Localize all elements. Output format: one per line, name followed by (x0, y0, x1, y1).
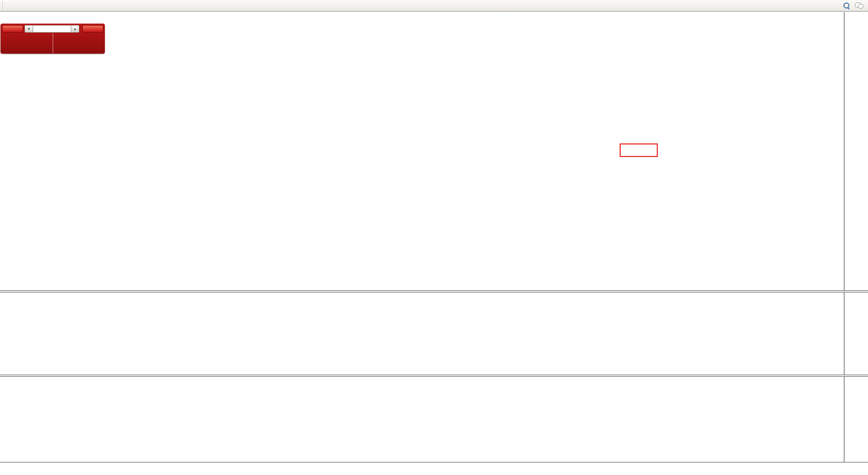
date-axis[interactable] (0, 463, 868, 475)
chat-icon[interactable] (855, 3, 863, 9)
toolbar-right (843, 3, 867, 9)
date-axis-separator (0, 462, 868, 462)
chart-symbol-title (2, 14, 7, 20)
macd-label (3, 293, 8, 299)
buy-button[interactable] (82, 25, 103, 33)
price-level-annotation[interactable] (620, 143, 658, 157)
rsi-panel-separator[interactable] (0, 375, 868, 377)
volume-input[interactable] (33, 25, 71, 33)
price-axis-border (844, 12, 844, 462)
toolbar (0, 0, 868, 12)
one-click-trading-panel: ▼ ▲ (1, 24, 105, 54)
search-icon[interactable] (843, 3, 850, 9)
sell-button[interactable] (2, 25, 23, 33)
volume-decrease-button[interactable]: ▼ (25, 25, 33, 33)
rsi-label (3, 379, 6, 385)
sell-price[interactable] (1, 33, 53, 53)
chart-area[interactable] (0, 12, 844, 462)
volume-increase-button[interactable]: ▲ (71, 25, 79, 33)
toolbar-separator (3, 2, 4, 10)
mt4-window: ▼ ▲ (0, 0, 868, 475)
buy-price[interactable] (53, 33, 105, 53)
bid-ask-display (1, 33, 105, 53)
trade-controls-row: ▼ ▲ (1, 25, 105, 33)
macd-panel-separator[interactable] (0, 290, 868, 292)
